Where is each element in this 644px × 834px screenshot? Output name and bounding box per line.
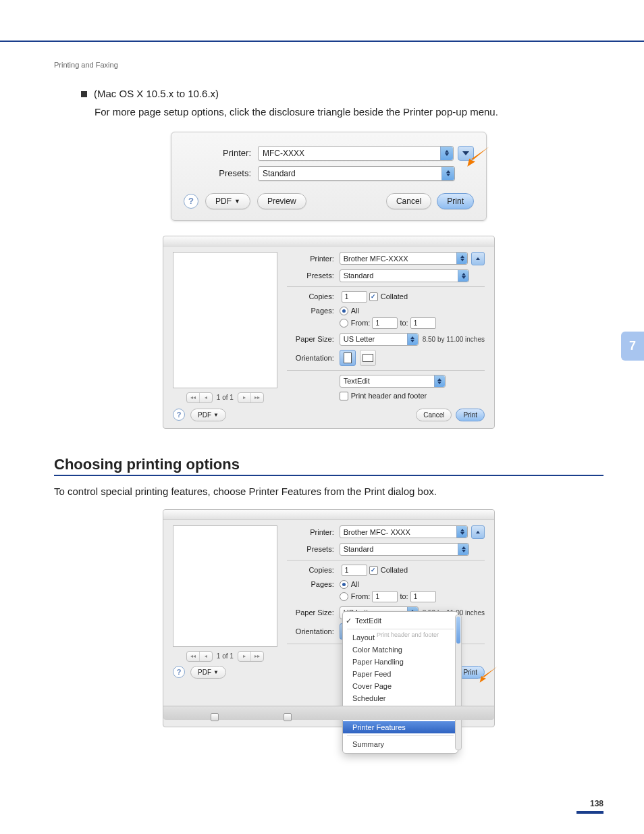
- menu-item-printer-features[interactable]: Printer Features: [343, 721, 458, 733]
- orientation-portrait-button[interactable]: [340, 350, 356, 366]
- printer-select[interactable]: MFC-XXXX: [258, 146, 454, 161]
- menu-ghost-hf: Print header and footer: [367, 629, 448, 640]
- papersize-label: Paper Size:: [287, 608, 340, 617]
- preview-pane: ◂◂◂ 1 of 1 ▸▸▸: [173, 252, 277, 405]
- cancel-button[interactable]: Cancel: [416, 409, 452, 421]
- presets-select[interactable]: Standard: [340, 543, 469, 556]
- nav-fwd-seg[interactable]: ▸▸▸: [238, 392, 264, 403]
- menu-item-summary[interactable]: Summary: [343, 738, 458, 750]
- from-label: From:: [351, 592, 371, 600]
- section-rule: [54, 475, 603, 476]
- presets-select[interactable]: Standard: [340, 269, 469, 282]
- nav-next-icon: ▸: [238, 393, 251, 402]
- from-input[interactable]: 1: [372, 317, 398, 329]
- printer-label: Printer:: [287, 528, 340, 536]
- nav-fwd-seg[interactable]: ▸▸▸: [238, 651, 264, 662]
- sheet-titlebar: [163, 510, 494, 520]
- collated-label: Collated: [381, 566, 408, 574]
- menu-item-cover-page[interactable]: Cover Page: [343, 680, 458, 692]
- preview-button[interactable]: Preview: [257, 193, 306, 209]
- presets-label: Presets:: [287, 545, 340, 553]
- to-input[interactable]: 1: [410, 591, 436, 602]
- printer-label: Printer:: [287, 255, 340, 263]
- from-input[interactable]: 1: [372, 591, 398, 602]
- header-footer-checkbox[interactable]: ✓: [340, 392, 348, 400]
- menu-item-scheduler[interactable]: Scheduler: [343, 692, 458, 704]
- page-number-rule: [576, 811, 603, 814]
- nav-page-indicator: 1 of 1: [217, 652, 234, 660]
- papersize-note: 8.50 by 11.00 inches: [423, 336, 485, 343]
- pdf-button[interactable]: PDF▼: [190, 409, 226, 421]
- bullet-row: (Mac OS X 10.5.x to 10.6.x): [81, 88, 603, 99]
- pages-all-radio[interactable]: [340, 580, 348, 589]
- cancel-label: Cancel: [396, 197, 421, 206]
- stepper-icon: [434, 375, 445, 387]
- presets-value: Standard: [344, 545, 374, 553]
- papersize-select[interactable]: US Letter: [340, 333, 419, 346]
- preview-nav: ◂◂◂ 1 of 1 ▸▸▸: [173, 392, 277, 403]
- orientation-landscape-button[interactable]: [360, 350, 376, 366]
- section-menu[interactable]: TextEdit Layout Print header and footer …: [342, 611, 458, 754]
- print-button[interactable]: Print: [437, 193, 474, 209]
- copies-input[interactable]: 1: [342, 565, 367, 576]
- disclosure-button[interactable]: [471, 525, 485, 539]
- pdf-button[interactable]: PDF▼: [205, 193, 250, 209]
- printer-select[interactable]: Brother MFC- XXXX: [340, 525, 468, 538]
- presets-select[interactable]: Standard: [258, 166, 455, 181]
- printer-label: Printer:: [184, 148, 258, 158]
- pages-all-radio[interactable]: [340, 307, 348, 315]
- stepper-icon: [440, 147, 453, 160]
- app-section-select[interactable]: TextEdit: [340, 375, 446, 388]
- bullet-text: (Mac OS X 10.5.x to 10.6.x): [94, 88, 219, 99]
- papersize-value: US Letter: [344, 335, 375, 343]
- menu-item-paper-handling[interactable]: Paper Handling: [343, 656, 458, 668]
- window-knob-icon: [284, 713, 292, 721]
- pages-range-radio[interactable]: [340, 319, 348, 328]
- page-preview: [173, 252, 277, 388]
- intro-line: For more page setup options, click the d…: [95, 105, 603, 120]
- disclosure-button[interactable]: [471, 252, 485, 265]
- pdf-button[interactable]: PDF▼: [190, 666, 226, 679]
- page: Printing and Faxing 7 (Mac OS X 10.5.x t…: [0, 0, 644, 834]
- stepper-icon: [456, 526, 467, 538]
- disclosure-button[interactable]: [458, 146, 474, 161]
- portrait-icon: [344, 353, 352, 363]
- menu-item-textedit[interactable]: TextEdit: [343, 615, 458, 627]
- presets-value: Standard: [344, 271, 374, 280]
- presets-label: Presets:: [184, 168, 258, 178]
- page-number: 138: [590, 799, 603, 808]
- menu-item-color-matching[interactable]: Color Matching: [343, 644, 458, 656]
- divider: [287, 370, 485, 371]
- nav-back-seg[interactable]: ◂◂◂: [186, 651, 213, 662]
- stepper-icon: [458, 544, 468, 555]
- collated-checkbox[interactable]: ✓: [369, 292, 378, 301]
- menu-scrollbar[interactable]: [455, 615, 462, 750]
- nav-first-icon: ◂◂: [187, 393, 200, 402]
- print-label: Print: [463, 411, 477, 419]
- form-pane: Printer: Brother MFC-XXXX Presets: Stand…: [287, 252, 485, 405]
- stepper-icon: [456, 253, 467, 264]
- collated-checkbox[interactable]: ✓: [369, 566, 378, 575]
- copies-input[interactable]: 1: [342, 291, 367, 303]
- preview-nav: ◂◂◂ 1 of 1 ▸▸▸: [173, 651, 277, 662]
- print-sheet-expanded: ◂◂◂ 1 of 1 ▸▸▸ Printer: Brother MFC-XXXX: [163, 236, 495, 429]
- print-dialog-collapsed: Printer: MFC-XXXX Presets: Standard: [171, 132, 487, 221]
- help-button[interactable]: ?: [173, 409, 185, 421]
- cancel-button[interactable]: Cancel: [386, 193, 431, 209]
- help-button[interactable]: ?: [184, 194, 198, 209]
- printer-select[interactable]: Brother MFC-XXXX: [340, 252, 468, 265]
- nav-back-seg[interactable]: ◂◂◂: [186, 392, 213, 403]
- help-button[interactable]: ?: [173, 666, 185, 678]
- pages-range-radio[interactable]: [340, 592, 348, 601]
- pdf-label: PDF: [215, 197, 232, 206]
- menu-item-paper-feed[interactable]: Paper Feed: [343, 668, 458, 680]
- stepper-icon: [407, 334, 418, 345]
- to-input[interactable]: 1: [410, 317, 436, 329]
- sheet-bottom: ? PDF▼ Cancel Print: [163, 405, 494, 421]
- caret-down-icon: ▼: [213, 669, 219, 675]
- pdf-label: PDF: [198, 669, 211, 676]
- print-button[interactable]: Print: [456, 409, 485, 421]
- divider: [287, 286, 485, 287]
- nav-prev-icon: ◂: [200, 393, 212, 402]
- menu-scrollbar-thumb[interactable]: [456, 617, 460, 644]
